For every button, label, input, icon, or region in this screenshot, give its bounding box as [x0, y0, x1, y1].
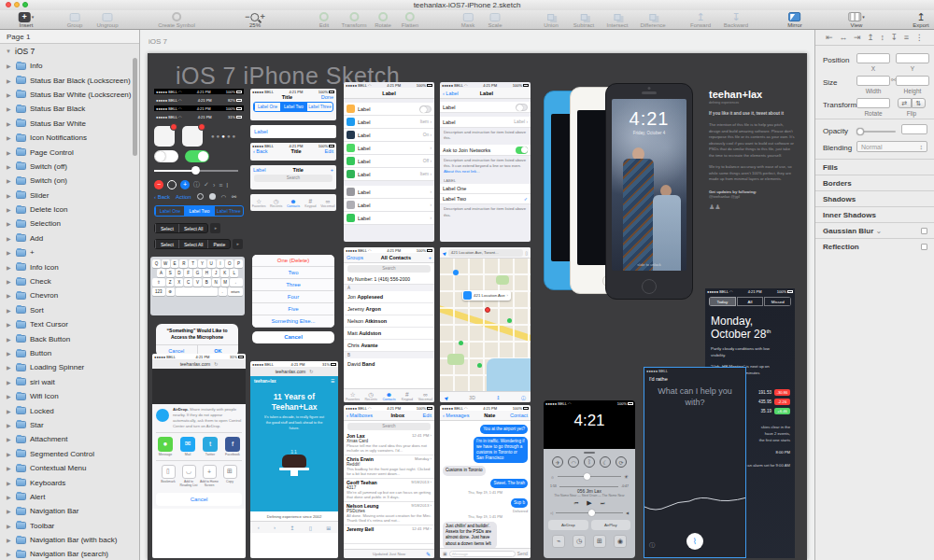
settings-row[interactable]: Label› [344, 212, 434, 225]
contextual-menu-1[interactable]: SelectSelect All ▸ [154, 223, 220, 233]
section-fills[interactable]: Fills [815, 159, 934, 175]
airdrop-button[interactable]: AirDrop [548, 520, 588, 530]
settings-row[interactable]: Label› [344, 142, 434, 155]
safari-toolbar-icon[interactable]: ‹ [258, 525, 260, 530]
action-sheet-item[interactable]: Something Else... [252, 315, 334, 328]
disclosure-closed-icon[interactable]: ▶ [7, 494, 12, 500]
sidebar-item[interactable]: ▶Info [0, 59, 139, 73]
contact-row[interactable]: David Band [344, 358, 434, 370]
segment[interactable]: Label Three [306, 103, 333, 111]
tab-item[interactable]: ☆Favorites [344, 391, 361, 401]
mail-row[interactable]: Jeremy Bell12:41 PM › [344, 525, 434, 544]
keyboard-key[interactable]: O [225, 259, 234, 268]
switch-on-icon[interactable] [516, 147, 528, 154]
page-control-dots[interactable]: ●●●●● [211, 133, 237, 139]
tab-item[interactable]: ◷Recents [267, 198, 284, 208]
position-y-input[interactable] [896, 53, 929, 63]
contact-row[interactable]: Nelson Atkinson [344, 315, 434, 328]
keyboard-key[interactable]: K [220, 269, 229, 277]
search-input[interactable]: Search [254, 175, 333, 182]
reflection-checkbox[interactable] [921, 244, 927, 250]
disclosure-closed-icon[interactable]: ▶ [7, 177, 12, 184]
action-sheet-item[interactable]: One (Delete) [252, 255, 334, 267]
disclosure-closed-icon[interactable]: ▶ [7, 436, 12, 442]
zoom-tool[interactable]: −+25% [245, 11, 265, 28]
sidebar-item[interactable]: ▶Navigation Bar (search) [0, 547, 139, 560]
flip-horizontal-button[interactable]: ⇄ [898, 98, 912, 108]
sidebar-item[interactable]: ▶Status Bar Black (Lockscreen) [0, 73, 139, 87]
nc-tab[interactable]: Missed [764, 297, 791, 306]
iphone-photo-group[interactable]: 4:21 Friday, October 4 slide to unlock [544, 83, 712, 300]
keyboard-key[interactable]: N [212, 278, 220, 287]
tab-item[interactable]: #Keypad [302, 198, 318, 208]
disclosure-closed-icon[interactable]: ▶ [7, 264, 12, 271]
location-icon[interactable]: ▶ [443, 394, 449, 400]
inline-link[interactable]: About this next link... [444, 169, 480, 174]
align-button[interactable]: ↧ [891, 33, 899, 42]
position-x-input[interactable] [856, 53, 890, 63]
sidebar-item[interactable]: ▶Selection [0, 217, 139, 231]
tab-item[interactable]: ☻Contacts [380, 391, 398, 401]
disclosure-closed-icon[interactable]: ▶ [7, 537, 12, 543]
switch-off-icon[interactable] [419, 105, 432, 113]
mask-tool-button[interactable]: Mask [461, 11, 474, 28]
next-track-button[interactable]: ⏭ [601, 500, 605, 507]
settings-row[interactable]: Label [440, 102, 531, 113]
cc-toggle-button[interactable]: ◠ [568, 456, 579, 468]
cc-app-button[interactable]: ◉ [614, 535, 627, 548]
navbar-back-mockup[interactable]: ●●●●● BELL4:21 PM100% ‹ BackTitleEdit [250, 143, 336, 161]
share-action-button[interactable]: ⊞Copy [219, 465, 240, 487]
small-components-row[interactable]: − + ⓘ ✓ › ≡ I [154, 180, 228, 189]
sidebar-item[interactable]: ▶Info Icon [0, 259, 139, 273]
align-button[interactable]: ↥ [867, 33, 874, 42]
search-input[interactable]: Search [347, 423, 431, 430]
sidebar-item[interactable]: ▶Button [0, 346, 139, 360]
segment[interactable]: Label One [155, 206, 184, 216]
keyboard-key[interactable]: A [157, 269, 165, 277]
cc-app-button[interactable]: ⌁ [552, 535, 565, 548]
height-input[interactable] [896, 76, 929, 86]
keyboard-mockup[interactable]: QWERTYUIOP ASDFGHJKL ⇧ZXCVBNM← 123⊕.retu… [150, 257, 245, 315]
transform-tool-button[interactable]: Transform [341, 11, 366, 28]
done-button[interactable]: Done [321, 94, 333, 100]
keyboard-key[interactable]: R [179, 259, 188, 268]
notification-app-icon-2[interactable] [182, 126, 203, 147]
sidebar-item[interactable]: ▶Text Cursor [0, 317, 139, 331]
camera-icon[interactable]: ▣ [443, 551, 447, 556]
switch-on[interactable] [185, 150, 209, 162]
info-icon[interactable]: ⓘ [521, 395, 526, 400]
keyboard-key[interactable]: Z [166, 278, 175, 287]
search-input[interactable]: Search [347, 265, 431, 273]
sidebar-item[interactable]: ▶Back Button [0, 331, 139, 345]
keyboard-key[interactable]: F [184, 269, 192, 277]
align-button[interactable]: ⇥ [854, 33, 861, 42]
contact-row[interactable]: Matt Auldston [344, 328, 434, 340]
option-row-selected[interactable]: Label Two✓ [440, 194, 531, 204]
siri-info-icon[interactable]: ⓘ [649, 541, 655, 550]
send-button[interactable]: Send [517, 552, 528, 556]
settings-row[interactable]: LabelOff › [344, 155, 434, 168]
sidebar-item[interactable]: ▶+ [0, 245, 139, 259]
disclosure-closed-icon[interactable]: ▶ [7, 321, 12, 328]
disclosure-closed-icon[interactable]: ▶ [7, 465, 12, 471]
action-sheet-item[interactable]: Four [252, 291, 334, 303]
settings-row[interactable]: Label› [344, 199, 434, 212]
align-button[interactable]: ≡ [904, 33, 909, 42]
disclosure-closed-icon[interactable]: ▶ [7, 364, 12, 371]
back-button[interactable]: ‹ Back [253, 148, 268, 154]
tab-item[interactable]: ∞Voicemail [319, 198, 336, 208]
disclosure-closed-icon[interactable]: ▶ [7, 120, 12, 127]
volume-slider[interactable] [556, 512, 623, 514]
keyboard-key[interactable]: Q [152, 259, 161, 268]
safari-toolbar-icon[interactable]: ▯ [309, 525, 312, 531]
sidebar-item[interactable]: ▶Star [0, 418, 139, 432]
shift-key[interactable]: ⇧ [152, 278, 165, 287]
mail-row[interactable]: Chris ErwinMonday › Reddit! This badboy … [344, 455, 434, 479]
disclosure-closed-icon[interactable]: ▶ [7, 77, 12, 84]
sidebar-item[interactable]: ▶Status Bar White (Lockscreen) [0, 88, 139, 102]
add-contact-button[interactable]: + [429, 255, 432, 260]
keyboard-key[interactable]: J [212, 269, 220, 277]
sidebar-item[interactable]: ▶Switch (on) [0, 174, 139, 188]
status-bar-white[interactable]: ●●●●● BELL ◠4:21 PM31% [154, 114, 244, 119]
align-button[interactable]: ⇤ [826, 33, 833, 42]
